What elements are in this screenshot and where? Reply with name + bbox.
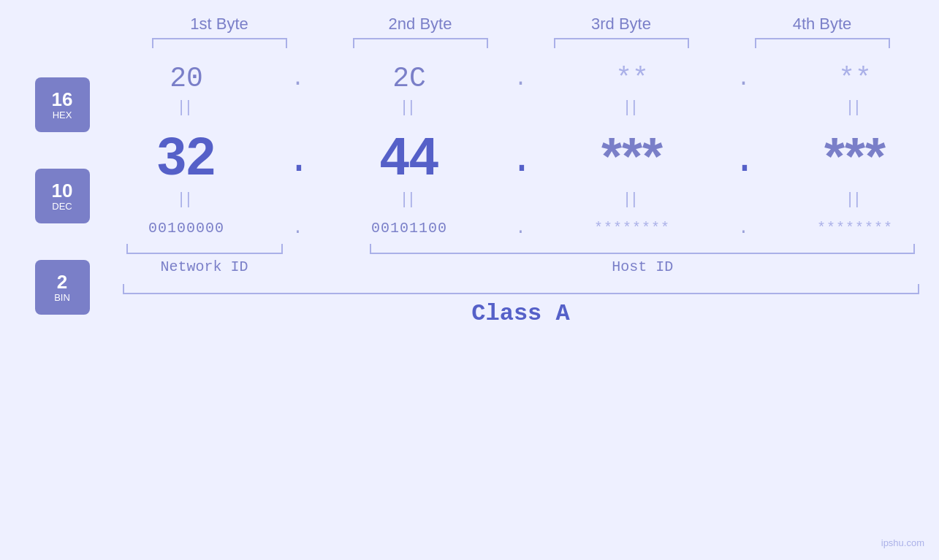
overall-bracket — [123, 284, 919, 294]
bin-badge-num: 2 — [57, 272, 67, 293]
hex-val-b1: 20 — [170, 63, 203, 94]
bin-b4: ******** — [788, 220, 923, 237]
hex-dot-1: . — [287, 66, 309, 91]
dec-dot-2: . — [510, 137, 532, 183]
dec-badge-label: DEC — [52, 201, 72, 212]
bin-val-b4: ******** — [817, 220, 893, 237]
hex-b2: 2C — [342, 63, 477, 94]
hex-val-b2: 2C — [392, 63, 426, 94]
bin-b2: 00101100 — [342, 220, 477, 237]
dec-b4: *** — [788, 126, 923, 186]
hex-dot-2: . — [510, 66, 532, 91]
watermark: ipshu.com — [881, 537, 924, 548]
eq-b4: || — [788, 97, 923, 116]
bin-val-b1: 00100000 — [148, 220, 224, 237]
id-labels: Network ID Host ID — [119, 258, 923, 275]
bin-b3: ******** — [565, 220, 700, 237]
dec-b3: *** — [565, 126, 700, 186]
bracket-byte4 — [755, 38, 890, 48]
dec-dot-3: . — [733, 137, 755, 183]
equals-row-2: || || || || — [119, 189, 923, 208]
bin-dot-1: . — [287, 218, 309, 238]
hex-b4: ** — [788, 63, 923, 94]
hex-dot-3: . — [733, 66, 755, 91]
top-brackets — [119, 38, 923, 48]
equals-row-1: || || || || — [119, 97, 923, 116]
hex-b3: ** — [565, 63, 700, 94]
dec-val-b4: *** — [824, 127, 886, 185]
host-bracket — [370, 244, 916, 254]
byte3-label: 3rd Byte — [541, 15, 702, 34]
dec-badge: 10 DEC — [35, 169, 90, 223]
eq2-b3: || — [565, 189, 700, 208]
bin-val-b3: ******** — [594, 220, 670, 237]
dec-badge-num: 10 — [52, 180, 73, 202]
byte-headers: 1st Byte 2nd Byte 3rd Byte 4th Byte — [119, 15, 923, 34]
dec-dot-1: . — [287, 137, 309, 183]
dec-val-b3: *** — [601, 127, 663, 185]
eq-b1: || — [119, 97, 254, 116]
byte4-label: 4th Byte — [742, 15, 902, 34]
byte1-label: 1st Byte — [139, 15, 300, 34]
bin-row: 00100000 . 00101100 . ******** . *******… — [119, 218, 923, 238]
bottom-brackets — [119, 244, 923, 254]
bin-dot-2: . — [510, 218, 532, 238]
badges-column: 16 HEX 10 DEC 2 BIN — [0, 77, 102, 315]
hex-b1: 20 — [119, 63, 254, 94]
dec-b1: 32 — [119, 126, 254, 186]
bin-b1: 00100000 — [119, 220, 254, 237]
eq2-b2: || — [342, 189, 477, 208]
byte2-label: 2nd Byte — [340, 15, 501, 34]
data-rows: 20 . 2C . ** . ** || || — [102, 55, 939, 327]
bin-val-b2: 00101100 — [371, 220, 447, 237]
bracket-byte1 — [152, 38, 287, 48]
content-area: 16 HEX 10 DEC 2 BIN 20 . 2C — [0, 55, 939, 327]
main-container: 1st Byte 2nd Byte 3rd Byte 4th Byte 16 H… — [0, 0, 939, 560]
eq2-b1: || — [119, 189, 254, 208]
dec-b2: 44 — [342, 126, 477, 186]
host-id-label: Host ID — [370, 258, 916, 275]
hex-badge: 16 HEX — [35, 77, 90, 132]
dec-val-b2: 44 — [380, 127, 438, 185]
bin-dot-3: . — [733, 218, 755, 238]
dec-row: 32 . 44 . *** . *** — [119, 126, 923, 186]
eq-b3: || — [565, 97, 700, 116]
network-id-label: Network ID — [126, 258, 283, 275]
eq-b2: || — [342, 97, 477, 116]
bracket-byte2 — [353, 38, 488, 48]
dec-val-b1: 32 — [157, 127, 216, 185]
hex-val-b3: ** — [615, 63, 649, 94]
hex-row: 20 . 2C . ** . ** — [119, 63, 923, 94]
bracket-byte3 — [554, 38, 689, 48]
bin-badge: 2 BIN — [35, 260, 90, 315]
hex-val-b4: ** — [838, 63, 872, 94]
hex-badge-label: HEX — [53, 110, 72, 120]
bin-badge-label: BIN — [54, 292, 70, 303]
class-label: Class A — [119, 300, 923, 327]
hex-badge-num: 16 — [52, 89, 73, 110]
network-bracket — [126, 244, 283, 254]
eq2-b4: || — [788, 189, 923, 208]
